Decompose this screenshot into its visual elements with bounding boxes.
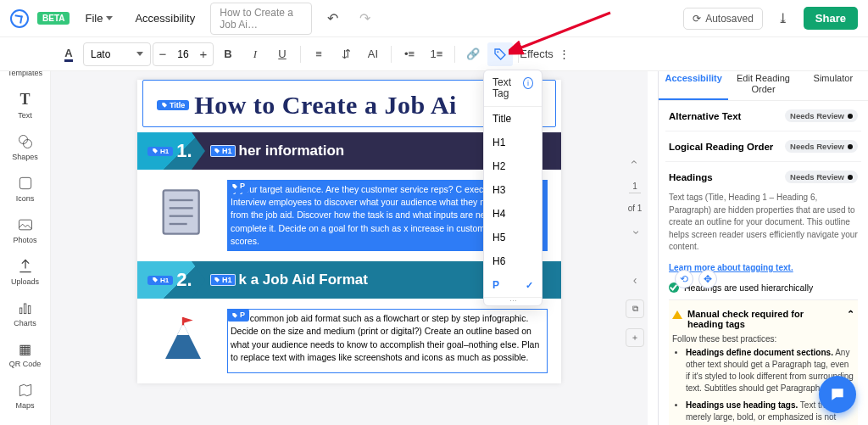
document-name-input[interactable]: How to Create a Job Ai… [210, 3, 312, 35]
row-alt-text[interactable]: Alternative Text Needs Review [665, 101, 861, 131]
dropdown-resize-handle[interactable]: ⋯ [484, 297, 542, 305]
tag-option-title[interactable]: Title [484, 107, 542, 131]
page-down[interactable] [626, 223, 644, 242]
align-button[interactable]: ≡ [306, 42, 331, 66]
add-page-button[interactable]: ＋ [626, 328, 644, 347]
chat-icon [829, 386, 846, 403]
tag-icon [493, 48, 507, 61]
copy-page-button[interactable]: ⧉ [626, 299, 644, 318]
warning-title: Manual check required for heading tags [687, 309, 842, 329]
selection-float-controls: ⟲ ✥ [675, 270, 717, 288]
bullet-strong: Headings define document sections. [686, 348, 833, 357]
nav-charts[interactable]: Charts [0, 293, 50, 334]
font-size-value[interactable]: 16 [172, 48, 194, 60]
chat-button[interactable] [819, 376, 856, 413]
step1-title[interactable]: H1her information [210, 143, 344, 159]
mountain-icon [153, 311, 213, 371]
nav-label: Maps [15, 401, 34, 410]
annotation-arrow [509, 8, 619, 59]
link-button[interactable]: 🔗 [460, 42, 486, 66]
underline-button[interactable]: U [270, 42, 295, 66]
nav-label: QR Code [9, 360, 42, 368]
nav-label: Photos [13, 236, 36, 244]
step2-paragraph[interactable]: P se a common job aid format such as a f… [227, 309, 548, 373]
accessibility-panel: Accessibility ✕ Accessibility Edit Readi… [658, 37, 868, 425]
nav-maps[interactable]: Maps [0, 375, 50, 417]
tab-reading-order[interactable]: Edit Reading Order [728, 67, 798, 100]
font-size-decrease[interactable]: − [153, 42, 172, 66]
share-button[interactable]: Share [804, 7, 858, 30]
photos-icon [17, 216, 34, 233]
tag-option-h6[interactable]: H6 [484, 249, 542, 273]
svg-rect-8 [19, 220, 31, 230]
accessibility-menu[interactable]: Accessibility [128, 7, 202, 30]
nav-icons[interactable]: Icons [0, 168, 50, 210]
page-current: 1 [629, 182, 641, 193]
text-icon: T [19, 91, 30, 109]
qr-icon: ▦ [19, 341, 31, 357]
canvas-area[interactable]: Title How to Create a Job Ai H11. H1her … [51, 71, 648, 425]
tag-pill-p: P [227, 180, 249, 193]
nav-label: Shapes [12, 153, 38, 161]
numbered-list-button[interactable]: 1≡ [424, 42, 449, 66]
tag-pill-title: Title [157, 100, 189, 110]
tag-pill-h1: H1 [147, 147, 173, 156]
page-of: of 1 [628, 204, 643, 213]
step2-body: P se a common job aid format such as a f… [137, 299, 561, 383]
text-tag-dropdown: Text Tag i Title H1 H2 H3 H4 H5 H6 P ⋯ [483, 70, 542, 306]
tag-pill-h1: H1 [210, 145, 236, 157]
letter-spacing-button[interactable]: AI [360, 42, 386, 66]
file-menu[interactable]: File [78, 7, 120, 30]
font-size-increase[interactable]: + [194, 42, 213, 66]
undo-button[interactable]: ↶ [320, 7, 344, 31]
svg-marker-21 [183, 317, 193, 323]
app-logo[interactable] [10, 9, 29, 28]
doc-title-text[interactable]: How to Create a Job Ai [194, 91, 457, 120]
collapse-rail[interactable] [626, 271, 644, 289]
tag-option-h4[interactable]: H4 [484, 202, 542, 226]
font-family-select[interactable]: Lato [83, 42, 151, 66]
row-reading-order[interactable]: Logical Reading Order Needs Review [665, 131, 861, 162]
nav-uploads[interactable]: Uploads [0, 251, 50, 293]
page-up[interactable] [626, 153, 644, 171]
text-color-button[interactable]: A [56, 42, 81, 66]
file-label: File [85, 12, 103, 25]
tab-accessibility[interactable]: Accessibility [659, 67, 728, 100]
font-size-group: − 16 + [153, 42, 214, 66]
bullet-list-button[interactable]: •≡ [397, 42, 422, 66]
bold-button[interactable]: B [215, 42, 241, 66]
italic-button[interactable]: I [242, 42, 268, 66]
nav-text[interactable]: TText [0, 84, 50, 126]
svg-rect-7 [19, 177, 31, 188]
step2-title[interactable]: H1k a Job Aid Format [210, 271, 368, 288]
download-button[interactable]: ⤓ [771, 7, 795, 31]
move-handle[interactable]: ✥ [698, 270, 717, 288]
status-needs-review: Needs Review [785, 171, 858, 183]
tag-option-h1[interactable]: H1 [484, 131, 542, 154]
tag-pill-h1: H1 [147, 276, 173, 285]
tag-option-h5[interactable]: H5 [484, 226, 542, 249]
svg-line-22 [517, 13, 610, 49]
tag-option-p[interactable]: P [484, 273, 542, 297]
refresh-handle[interactable]: ⟲ [675, 270, 693, 288]
row-label: Logical Reading Order [669, 142, 773, 152]
svg-rect-11 [28, 306, 31, 314]
redo-button[interactable]: ↷ [353, 7, 376, 31]
collapse-warning[interactable]: ⌃ [847, 309, 854, 320]
nav-shapes[interactable]: Shapes [0, 126, 50, 168]
nav-qrcode[interactable]: ▦QR Code [0, 334, 50, 375]
chevron-down-icon [136, 52, 143, 56]
tag-pill-h1: H1 [210, 274, 236, 286]
charts-icon [17, 299, 34, 316]
step2-number: H12. [137, 261, 205, 299]
info-icon[interactable]: i [523, 77, 533, 89]
status-needs-review: Needs Review [785, 109, 858, 122]
page-navigation-rail: 1 of 1 ⧉ ＋ [622, 153, 648, 347]
nav-photos[interactable]: Photos [0, 210, 50, 251]
tab-simulator[interactable]: Simulator [798, 67, 868, 100]
warning-icon [672, 310, 682, 319]
line-spacing-button[interactable]: ⇵ [333, 42, 359, 66]
tag-option-h3[interactable]: H3 [484, 178, 542, 202]
svg-point-0 [497, 51, 498, 53]
tag-option-h2[interactable]: H2 [484, 154, 542, 178]
